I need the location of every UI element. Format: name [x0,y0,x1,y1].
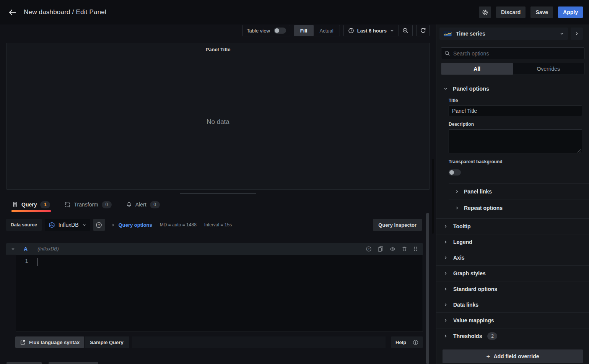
duplicate-query-icon[interactable] [377,246,384,252]
flux-syntax-button[interactable]: Flux language syntax [15,336,84,348]
database-icon [12,202,18,208]
fill-option[interactable]: Fill [294,25,314,36]
section-standard-options[interactable]: Standard options [436,281,589,297]
panel-preview[interactable]: Panel Title No data [6,43,430,190]
query-row-actions: ? [366,246,418,252]
help-button[interactable]: Help [391,336,423,348]
time-series-chart-icon [443,31,452,37]
datasource-picker[interactable]: InfluxDB [45,219,90,231]
apply-button[interactable]: Apply [558,6,583,18]
datasource-help-button[interactable]: ? [93,219,105,231]
tab-query-label: Query [21,202,37,208]
visualization-row: Time series [436,24,589,43]
transparent-background-label: Transparent background [449,159,582,164]
top-bar-actions: Discard Save Apply [479,6,583,18]
options-list: Panel options Title Description Transpar… [436,80,589,364]
query-row-header[interactable]: A (InfluxDB) ? [6,243,423,255]
description-textarea[interactable] [449,129,582,153]
query-row: A (InfluxDB) ? [6,243,423,332]
max-datapoints-text: MD = auto = 1488 [160,222,197,227]
chevron-right-icon [443,287,448,291]
sample-query-button[interactable]: Sample Query [85,336,129,348]
filter-overrides[interactable]: Overrides [513,63,584,75]
query-footer: Flux language syntax Sample Query Help [15,336,423,348]
delete-query-trash-icon[interactable] [402,246,407,252]
page-scrollbar-thumb[interactable] [432,159,434,234]
gear-icon [482,9,488,16]
search-input[interactable] [453,50,581,57]
top-bar: New dashboard / Edit Panel Discard Save … [0,0,589,24]
add-expression-button-partial[interactable] [49,362,98,364]
clock-icon [348,28,354,34]
section-graph-styles[interactable]: Graph styles [436,265,589,281]
discard-button[interactable]: Discard [496,6,526,18]
query-input-line[interactable] [37,258,422,266]
refresh-icon [420,28,426,34]
options-filter-group: All Overrides [441,63,584,75]
section-axis[interactable]: Axis [436,250,589,265]
tab-query[interactable]: Query 1 [11,197,51,212]
pane-resize-handle[interactable] [180,193,256,194]
collapse-sidebar-button[interactable] [571,28,583,40]
chevron-right-icon [443,255,448,260]
query-options-toggle[interactable]: Query options [111,222,152,228]
table-view-switch[interactable] [274,28,286,34]
section-value-mappings[interactable]: Value mappings [436,312,589,328]
disable-query-eye-icon[interactable] [389,246,396,252]
panel-edit-area: Table view Fill Actual Last 6 hours [0,24,430,364]
actual-option[interactable]: Actual [314,25,340,36]
toggle-knob [449,170,454,175]
filter-all[interactable]: All [441,63,513,75]
chevron-right-icon [443,240,448,244]
tab-transform[interactable]: Transform 0 [64,197,112,212]
query-options-label: Query options [119,222,152,228]
query-inspector-button[interactable]: Query inspector [373,219,422,231]
options-search[interactable] [441,47,584,59]
query-section-scrollbar-thumb[interactable] [426,213,429,364]
query-toolbar: Data source InfluxDB ? Query optio [6,219,422,231]
query-ref-id: A [24,246,28,252]
description-label: Description [449,122,582,127]
drag-handle-icon[interactable] [413,246,418,252]
chevron-down-icon [390,28,394,33]
panel-links-section[interactable]: Panel links [449,184,589,200]
add-override-area: + Add field override [436,344,589,364]
grafana-edit-panel: New dashboard / Edit Panel Discard Save … [0,0,589,364]
panel-settings-button[interactable] [479,6,491,18]
flux-code-editor[interactable]: 1 [16,255,423,332]
back-button[interactable] [6,6,19,19]
time-range-picker[interactable]: Last 6 hours [344,28,399,34]
datasource-value: InfluxDB [59,222,79,228]
repeat-options-section[interactable]: Repeat options [449,200,589,216]
section-data-links[interactable]: Data links [436,297,589,312]
panel-options-header[interactable]: Panel options [436,80,589,93]
save-button[interactable]: Save [530,6,553,18]
tab-alert-label: Alert [135,202,146,208]
help-circle-icon: ? [96,222,102,228]
add-field-override-button[interactable]: + Add field override [443,349,583,363]
arrow-left-icon [8,9,17,16]
transform-icon [65,202,70,208]
query-help-icon[interactable]: ? [366,246,372,252]
thresholds-count-badge: 2 [487,332,497,340]
section-thresholds[interactable]: Thresholds 2 [436,328,589,344]
table-view-toggle[interactable]: Table view [242,25,290,36]
page-title: New dashboard / Edit Panel [24,8,106,16]
transparent-background-switch[interactable] [449,169,461,176]
bell-icon [126,202,132,208]
chevron-right-icon [443,302,448,307]
time-range-group: Last 6 hours [343,25,413,36]
zoom-out-button[interactable] [399,25,412,36]
panel-options-fields: Title Description Transparent background [449,98,582,183]
refresh-button[interactable] [416,25,430,36]
panel-links-label: Panel links [464,188,492,195]
section-tooltip[interactable]: Tooltip [436,218,589,234]
panel-title-input[interactable] [449,106,582,116]
visualization-picker[interactable]: Time series [439,28,568,40]
influxdb-cube-icon [49,222,55,228]
tab-alert[interactable]: Alert 0 [125,197,161,212]
panel-view-toolbar: Table view Fill Actual Last 6 hours [0,24,430,37]
section-legend[interactable]: Legend [436,234,589,250]
interval-text: Interval = 15s [204,222,232,227]
add-query-button-partial[interactable] [7,362,42,364]
